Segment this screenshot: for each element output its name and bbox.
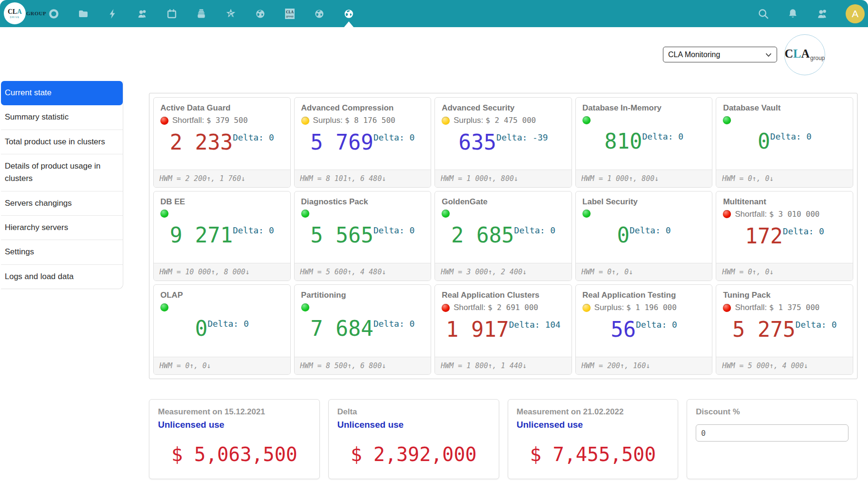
product-hwm: HWM = 2 200↑, 1 760↓ xyxy=(154,170,290,187)
product-hwm: HWM = 8 101↑, 6 480↓ xyxy=(295,170,431,187)
product-value: 635 xyxy=(459,132,496,153)
summary-subtitle: Unlicensed use xyxy=(337,420,490,430)
product-name: Active Data Guard xyxy=(160,103,284,113)
product-delta: Delta: 0 xyxy=(796,320,837,330)
chevron-down-icon xyxy=(765,52,772,58)
product-value: 172 xyxy=(745,226,783,247)
product-value-block: 9 271Delta: 0 xyxy=(160,225,284,246)
product-value-block: 5 769Delta: 0 xyxy=(301,132,424,153)
sidebar-item-6[interactable]: Settings xyxy=(1,240,123,264)
sidebar-item-1[interactable]: Summary statistic xyxy=(1,105,123,130)
product-name: Partitioning xyxy=(301,291,424,300)
product-name: Advanced Compression xyxy=(301,103,424,113)
product-delta: Delta: 0 xyxy=(770,131,812,141)
status-text: Shortfall: $ 3 010 000 xyxy=(735,210,819,219)
status-indicator-red xyxy=(723,210,731,218)
product-value-block: 0Delta: 0 xyxy=(160,318,284,339)
app-select-dropdown[interactable]: CLA Monitoring xyxy=(663,47,777,62)
status-amount: $ 3 010 000 xyxy=(769,210,819,219)
status-indicator-green xyxy=(442,210,450,218)
cla-square-line1: CLA xyxy=(286,10,294,14)
folder-icon[interactable] xyxy=(78,8,89,20)
status-indicator-yellow xyxy=(582,304,591,312)
product-hwm: HWM = 0↑, 0↓ xyxy=(576,263,712,281)
cla-group-square-icon[interactable]: CLAgroup xyxy=(284,8,296,20)
bell-icon[interactable] xyxy=(787,8,799,20)
product-card: Real Application TestingSurplus: $ 1 196… xyxy=(575,284,713,375)
product-value-block: 2 233Delta: 0 xyxy=(160,132,284,153)
status-indicator-green xyxy=(160,210,168,218)
people-icon[interactable] xyxy=(816,8,829,20)
product-status xyxy=(582,210,706,218)
product-card: Advanced CompressionSurplus: $ 8 176 500… xyxy=(294,97,432,188)
summary-card-2: Measurement on 21.02.2022Unlicensed use$… xyxy=(508,399,679,479)
product-name: Multitenant xyxy=(723,197,846,207)
product-hwm: HWM = 10 000↑, 8 000↓ xyxy=(154,263,290,281)
active-tab-caret xyxy=(344,21,354,27)
top-navbar: CLA DRIVE GROUP C CLAgroup xyxy=(0,0,868,27)
stack-icon[interactable] xyxy=(196,8,207,20)
discount-input[interactable] xyxy=(696,424,848,442)
status-indicator-green xyxy=(160,303,168,311)
status-label: Shortfall: xyxy=(454,303,488,312)
sidebar-item-label: Settings xyxy=(5,247,34,256)
product-delta: Delta: 0 xyxy=(233,225,274,235)
status-amount: $ 2 691 000 xyxy=(488,303,538,312)
product-value-block: 0Delta: 0 xyxy=(723,131,846,152)
globe-icon[interactable] xyxy=(255,8,266,20)
product-value: 0 xyxy=(617,225,630,246)
status-label: Shortfall: xyxy=(735,210,769,219)
sidebar-item-5[interactable]: Hierarchy servers xyxy=(1,216,123,240)
summary-subtitle: Unlicensed use xyxy=(517,420,670,430)
product-value-block: 5 275Delta: 0 xyxy=(723,319,846,340)
product-delta: Delta: 0 xyxy=(374,132,415,142)
status-text: Surplus: $ 2 475 000 xyxy=(454,116,536,125)
product-value: 2 685 xyxy=(451,225,514,246)
search-icon[interactable] xyxy=(757,8,769,20)
user-avatar[interactable]: A xyxy=(846,4,865,23)
product-delta: Delta: 0 xyxy=(207,319,249,329)
product-value-block: 635Delta: -39 xyxy=(442,132,565,153)
app-logo[interactable]: CLA DRIVE GROUP xyxy=(4,2,46,24)
status-text: Shortfall: $ 1 375 000 xyxy=(735,303,819,312)
product-card: Database In-Memory810Delta: 0HWM = 1 000… xyxy=(575,97,713,188)
product-name: Diagnostics Pack xyxy=(301,197,424,207)
product-status xyxy=(723,116,846,124)
product-delta: Delta: 0 xyxy=(374,225,415,235)
users-icon[interactable] xyxy=(137,8,148,20)
product-hwm: HWM = 1 800↑, 1 440↓ xyxy=(435,357,572,374)
sidebar-item-label: Servers changings xyxy=(5,199,72,208)
product-status: Shortfall: $ 1 375 000 xyxy=(723,303,846,312)
product-status: Shortfall: $ 2 691 000 xyxy=(442,303,565,312)
product-name: Database Vault xyxy=(723,103,846,113)
product-value: 810 xyxy=(604,131,642,152)
calendar-icon[interactable] xyxy=(166,8,178,20)
sidebar-item-7[interactable]: Logs and load data xyxy=(1,265,123,289)
lightning-icon[interactable] xyxy=(107,8,118,20)
product-delta: Delta: 104 xyxy=(509,320,561,330)
summary-amount: $ 2,392,000 xyxy=(337,443,490,465)
sidebar-item-label: Hierarchy servers xyxy=(5,223,68,232)
svg-text:C: C xyxy=(229,10,233,16)
product-card: Database Vault0Delta: 0HWM = 0↑, 0↓ xyxy=(716,97,853,188)
status-indicator-green xyxy=(582,210,591,218)
discount-title: Discount % xyxy=(696,407,848,417)
status-indicator-yellow xyxy=(442,117,450,125)
product-name: OLAP xyxy=(160,291,284,300)
star-c-icon[interactable]: C xyxy=(225,8,237,20)
sidebar-item-0[interactable]: Current state xyxy=(1,81,123,105)
product-status xyxy=(160,210,284,218)
status-label: Shortfall: xyxy=(735,303,769,312)
status-label: Surplus: xyxy=(594,303,626,312)
product-status: Shortfall: $ 3 010 000 xyxy=(723,210,846,219)
status-label: Shortfall: xyxy=(172,116,207,125)
globe-icon-2[interactable] xyxy=(314,8,325,20)
product-status: Surplus: $ 2 475 000 xyxy=(442,116,565,125)
ring-icon[interactable] xyxy=(48,8,59,20)
sidebar-item-3[interactable]: Details of product usage in clusters xyxy=(1,154,123,191)
product-value: 1 917 xyxy=(446,319,509,340)
globe-active-icon[interactable] xyxy=(343,8,355,20)
sidebar-item-2[interactable]: Total product use in clusters xyxy=(1,130,123,154)
product-value-block: 5 565Delta: 0 xyxy=(301,225,424,246)
sidebar-item-4[interactable]: Servers changings xyxy=(1,191,123,216)
